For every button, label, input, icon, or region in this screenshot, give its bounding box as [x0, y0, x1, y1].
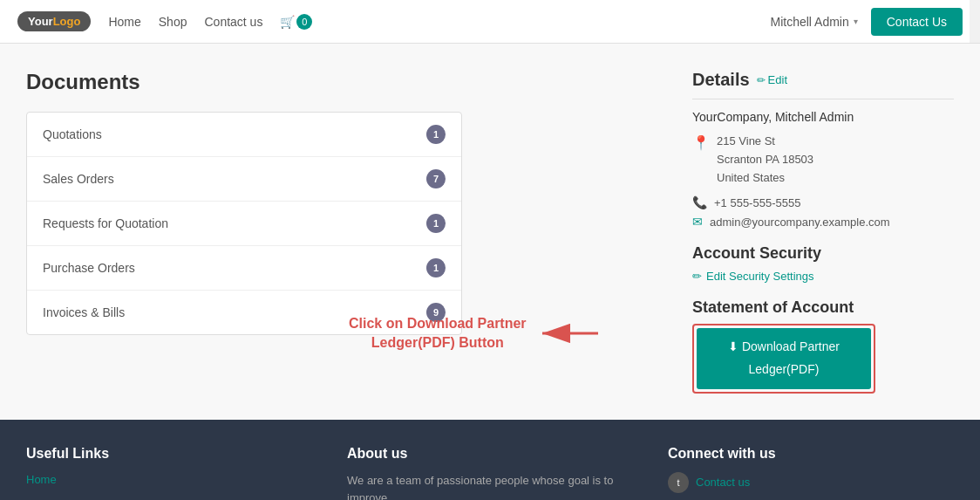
user-menu[interactable]: Mitchell Admin ▾	[770, 15, 857, 29]
navbar: Your Logo Home Shop Contact us 🛒 0 Mitch…	[0, 0, 980, 44]
cart-symbol: 🛒	[280, 15, 295, 29]
address-text: 215 Vine St Scranton PA 18503 United Sta…	[717, 133, 813, 187]
main-content: Documents Quotations 1 Sales Orders 7 Re…	[0, 44, 980, 420]
right-panel: Details ✏ Edit YourCompany, Mitchell Adm…	[692, 70, 954, 394]
pencil-security-icon: ✏	[692, 270, 702, 283]
contact-us-button[interactable]: Contact Us	[871, 8, 963, 36]
address-block: 📍 215 Vine St Scranton PA 18503 United S…	[692, 133, 954, 187]
edit-label: Edit	[768, 73, 787, 86]
footer-contact-link[interactable]: Contact us	[696, 476, 750, 489]
social-row: t Contact us	[668, 472, 954, 493]
phone-value: +1 555-555-5555	[714, 196, 800, 209]
details-title: Details	[692, 70, 750, 90]
download-btn-wrapper: ⬇ Download Partner Ledger(PDF)	[692, 324, 875, 393]
footer-connect-title: Connect with us	[668, 446, 954, 462]
doc-label-purchase-orders: Purchase Orders	[43, 261, 135, 275]
twitter-icon[interactable]: t	[668, 472, 689, 493]
statement-section: Statement of Account ⬇ Download Partner …	[692, 298, 954, 393]
statement-title: Statement of Account	[692, 298, 954, 317]
footer-about-text: We are a team of passionate people whose…	[347, 472, 633, 500]
footer-about-title: About us	[347, 446, 633, 462]
download-partner-ledger-button[interactable]: ⬇ Download Partner Ledger(PDF)	[697, 328, 871, 388]
phone-icon: 📞	[692, 195, 707, 209]
annotation-text: Click on Download Partner Ledger(PDF) Bu…	[349, 314, 527, 353]
documents-list: Quotations 1 Sales Orders 7 Requests for…	[26, 112, 462, 335]
footer-connect: Connect with us t Contact us	[668, 446, 954, 500]
doc-badge-rfq: 1	[426, 214, 446, 233]
nav-right: Mitchell Admin ▾ Contact Us	[770, 8, 963, 36]
footer-about: About us We are a team of passionate peo…	[347, 446, 633, 500]
doc-label-invoices: Invoices & Bills	[43, 305, 125, 319]
doc-item-rfq[interactable]: Requests for Quotation 1	[27, 202, 461, 246]
user-name: Mitchell Admin	[770, 15, 848, 29]
arrow-container	[535, 316, 605, 351]
phone-row: 📞 +1 555-555-5555	[692, 195, 954, 209]
location-icon: 📍	[692, 134, 710, 187]
doc-badge-purchase-orders: 1	[426, 258, 446, 277]
edit-security-label: Edit Security Settings	[706, 270, 814, 283]
details-header: Details ✏ Edit	[692, 70, 954, 90]
footer: Useful Links Home About us We are a team…	[0, 420, 980, 500]
email-row: ✉ admin@yourcompany.example.com	[692, 215, 954, 229]
details-divider	[692, 99, 954, 99]
edit-details-link[interactable]: ✏ Edit	[757, 73, 787, 86]
doc-badge-quotations: 1	[426, 125, 446, 144]
edit-security-link[interactable]: ✏ Edit Security Settings	[692, 270, 954, 283]
address-line1: 215 Vine St	[717, 133, 813, 151]
doc-item-purchase-orders[interactable]: Purchase Orders 1	[27, 246, 461, 291]
account-security-title: Account Security	[692, 244, 954, 263]
nav-contact-us[interactable]: Contact us	[204, 15, 262, 29]
company-name: YourCompany, Mitchell Admin	[692, 110, 954, 124]
download-label-line2: Ledger(PDF)	[749, 361, 820, 379]
doc-label-quotations: Quotations	[43, 127, 102, 141]
logo-your: Your	[28, 15, 53, 28]
doc-badge-sales-orders: 7	[426, 169, 446, 188]
download-label-line1: Download Partner	[742, 339, 840, 353]
arrow-icon	[535, 316, 605, 351]
download-icon: ⬇ Download Partner	[728, 339, 840, 356]
scrollbar-track[interactable]	[970, 0, 980, 43]
left-panel: Documents Quotations 1 Sales Orders 7 Re…	[26, 70, 692, 394]
nav-shop[interactable]: Shop	[159, 15, 187, 29]
pencil-icon: ✏	[757, 74, 766, 86]
nav-home[interactable]: Home	[108, 15, 140, 29]
email-value: admin@yourcompany.example.com	[710, 216, 890, 229]
dropdown-caret-icon: ▾	[854, 17, 858, 26]
doc-item-quotations[interactable]: Quotations 1	[27, 113, 461, 157]
cart-badge: 0	[296, 14, 312, 30]
footer-home-link[interactable]: Home	[26, 473, 57, 486]
footer-useful-links: Useful Links Home	[26, 446, 312, 500]
address-line2: Scranton PA 18503	[717, 151, 813, 169]
logo[interactable]: Your Logo	[17, 11, 91, 31]
annotation-label: Click on Download Partner Ledger(PDF) Bu…	[349, 316, 527, 350]
documents-title: Documents	[26, 70, 657, 94]
doc-label-rfq: Requests for Quotation	[43, 216, 168, 230]
cart-icon[interactable]: 🛒 0	[280, 14, 312, 30]
doc-item-sales-orders[interactable]: Sales Orders 7	[27, 157, 461, 202]
email-icon: ✉	[692, 215, 703, 229]
annotation-area: Click on Download Partner Ledger(PDF) Bu…	[349, 314, 605, 353]
doc-label-sales-orders: Sales Orders	[43, 172, 114, 186]
address-line3: United States	[717, 169, 813, 188]
logo-logo: Logo	[53, 15, 81, 28]
nav-links: Home Shop Contact us 🛒 0	[108, 14, 312, 30]
footer-useful-links-title: Useful Links	[26, 446, 312, 462]
